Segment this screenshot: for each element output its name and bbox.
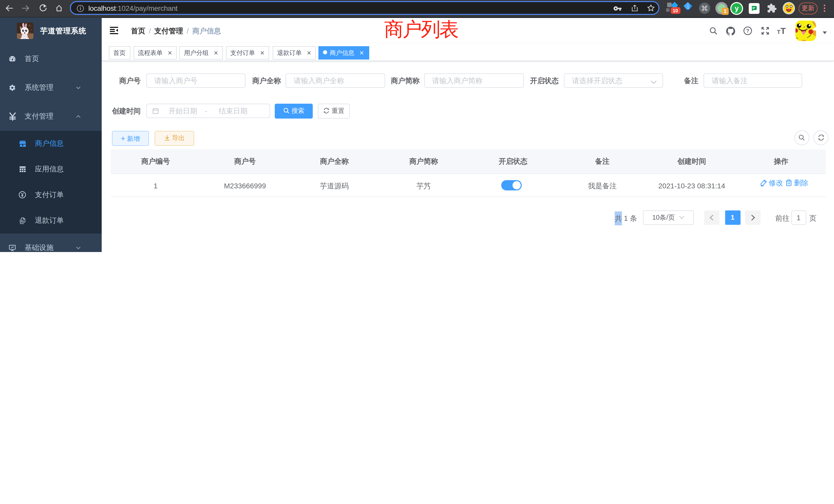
svg-text:?: ? (746, 28, 749, 33)
